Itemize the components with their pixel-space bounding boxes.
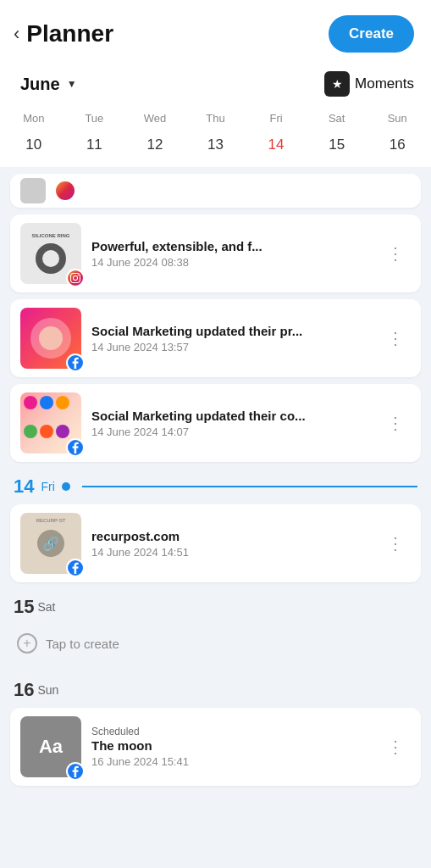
day-num-10[interactable]: 10: [3, 131, 64, 159]
post-thumb-moon: Aa: [20, 716, 81, 777]
day-mon[interactable]: Mon: [3, 108, 64, 128]
moments-label: Moments: [355, 75, 414, 92]
post-date-silicone: 14 June 2024 08:38: [91, 256, 370, 269]
date-section-15: 15 Sat + Tap to create: [10, 589, 421, 665]
color-dot: [56, 396, 69, 409]
post-menu-moon[interactable]: ⋮: [380, 733, 411, 760]
header: ‹ Planner Create: [0, 0, 431, 63]
month-label: June: [20, 75, 60, 94]
facebook-icon-3: [66, 559, 85, 577]
post-title-social-colorful: Social Marketing updated their co...: [91, 409, 370, 423]
date-label-15: 15 Sat: [10, 589, 421, 621]
moments-icon: ★: [324, 71, 350, 97]
month-row: June ▼ ★ Moments: [0, 63, 431, 103]
post-title-social-pink: Social Marketing updated their pr...: [91, 324, 370, 338]
color-dot: [24, 425, 37, 438]
date-num-14: 14: [14, 476, 34, 498]
post-title-recurpost: recurpost.com: [91, 529, 370, 543]
post-date-social-pink: 14 June 2024 13:57: [91, 341, 370, 353]
post-card-moon: Aa Scheduled The moon 16 June 2024 15:41…: [10, 708, 421, 786]
post-card-silicone: SILICONE RING Powerful, extensible, and …: [10, 214, 421, 292]
facebook-icon-1: [66, 353, 85, 372]
tap-to-create[interactable]: + Tap to create: [10, 621, 421, 665]
partial-card: [10, 174, 421, 208]
day-headers: Mon Tue Wed Thu Fri Sat Sun: [0, 108, 431, 128]
post-date-recurpost: 14 June 2024 14:51: [91, 546, 370, 559]
day-numbers: 10 11 12 13 14 15 16: [0, 128, 431, 159]
post-info-social-colorful: Social Marketing updated their co... 14 …: [91, 409, 370, 438]
post-info-moon: Scheduled The moon 16 June 2024 15:41: [91, 726, 370, 768]
post-thumb-silicone: SILICONE RING: [20, 223, 81, 284]
date-line-14: [82, 486, 417, 487]
content-area: SILICONE RING Powerful, extensible, and …: [0, 167, 431, 799]
date-num-16: 16: [14, 679, 34, 701]
post-thumb-social-pink: [20, 308, 81, 369]
post-card-recurpost: RECURP·ST 🔗 recurpost.com 14 June 2024 1…: [10, 504, 421, 582]
facebook-icon-4: [66, 762, 85, 781]
post-thumb-recurpost: RECURP·ST 🔗: [20, 513, 81, 574]
post-date-moon: 16 June 2024 15:41: [91, 755, 370, 768]
partial-thumb: [20, 178, 46, 203]
post-info-recurpost: recurpost.com 14 June 2024 14:51: [91, 529, 370, 559]
back-button[interactable]: ‹: [14, 23, 19, 45]
instagram-icon: [66, 269, 85, 287]
day-wed[interactable]: Wed: [124, 108, 185, 128]
post-card-social-pink: Social Marketing updated their pr... 14 …: [10, 299, 421, 377]
post-thumb-social-colorful: [20, 392, 81, 453]
facebook-icon-2: [66, 438, 85, 457]
page-title: Planner: [26, 20, 113, 47]
calendar-strip: Mon Tue Wed Thu Fri Sat Sun 10 11 12 13 …: [0, 103, 431, 167]
day-fri[interactable]: Fri: [246, 108, 307, 128]
ring-shape: [36, 243, 66, 274]
post-title-moon: The moon: [91, 738, 370, 753]
post-info-silicone: Powerful, extensible, and f... 14 June 2…: [91, 239, 370, 269]
date-section-16: 16 Sun: [10, 672, 421, 704]
day-tue[interactable]: Tue: [64, 108, 125, 128]
post-card-social-colorful: Social Marketing updated their co... 14 …: [10, 384, 421, 462]
dropdown-arrow-icon: ▼: [67, 78, 77, 90]
color-dot: [40, 396, 53, 409]
date-day-15: Sat: [37, 600, 55, 614]
post-menu-social-colorful[interactable]: ⋮: [380, 409, 411, 437]
date-dot-14: [62, 482, 70, 491]
day-num-16[interactable]: 16: [367, 131, 428, 159]
color-dot: [40, 425, 53, 438]
day-sun[interactable]: Sun: [367, 108, 428, 128]
recurpost-label: RECURP·ST: [36, 518, 66, 523]
month-selector[interactable]: June ▼: [20, 75, 77, 94]
create-button[interactable]: Create: [329, 15, 414, 53]
date-section-14: 14 Fri: [10, 469, 421, 501]
day-num-11[interactable]: 11: [64, 131, 125, 159]
post-title-silicone: Powerful, extensible, and f...: [91, 239, 370, 253]
day-num-15[interactable]: 15: [307, 131, 367, 159]
header-left: ‹ Planner: [14, 20, 113, 47]
thumb-text: SILICONE RING: [31, 233, 69, 239]
scheduled-label: Scheduled: [91, 726, 370, 737]
tap-create-label: Tap to create: [46, 637, 119, 651]
day-num-12[interactable]: 12: [124, 131, 185, 159]
date-label-16: 16 Sun: [10, 672, 421, 704]
date-day-16: Sun: [37, 683, 58, 697]
post-menu-silicone[interactable]: ⋮: [380, 240, 411, 267]
color-dot: [24, 396, 37, 409]
day-sat[interactable]: Sat: [307, 108, 367, 128]
post-info-social-pink: Social Marketing updated their pr... 14 …: [91, 324, 370, 353]
post-menu-social-pink[interactable]: ⋮: [380, 325, 411, 352]
day-num-13[interactable]: 13: [185, 131, 246, 159]
day-num-14[interactable]: 14: [246, 131, 307, 159]
day-thu[interactable]: Thu: [185, 108, 246, 128]
color-dot: [56, 425, 69, 438]
date-day-14: Fri: [41, 480, 54, 493]
date-label-14: 14 Fri: [10, 469, 421, 501]
partial-platform-icon: [56, 181, 75, 200]
moments-button[interactable]: ★ Moments: [324, 71, 414, 97]
post-menu-recurpost[interactable]: ⋮: [380, 530, 411, 557]
date-num-15: 15: [14, 596, 34, 618]
post-date-social-colorful: 14 June 2024 14:07: [91, 426, 370, 438]
link-icon: 🔗: [37, 530, 64, 557]
add-icon: +: [17, 633, 37, 654]
